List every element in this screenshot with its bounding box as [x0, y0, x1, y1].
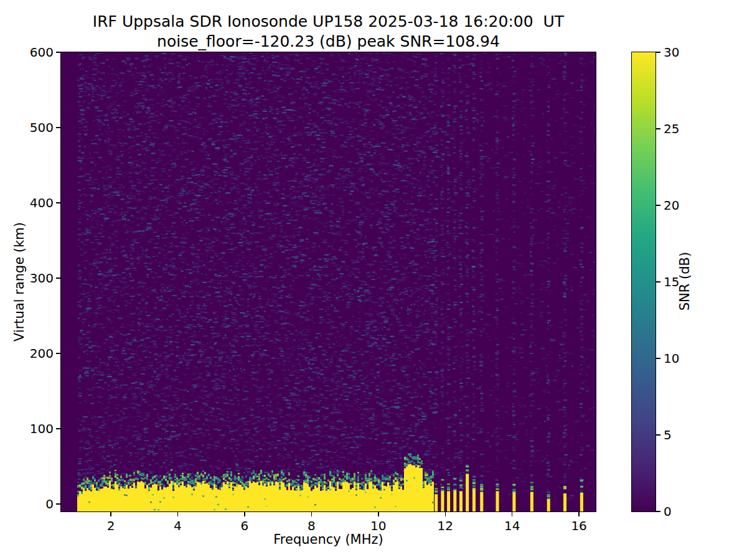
colorbar-tick [656, 205, 660, 206]
y-tick [56, 428, 61, 429]
y-tick-label: 500 [0, 120, 54, 135]
colorbar-tick [656, 511, 660, 512]
x-tick-label: 14 [487, 518, 537, 533]
plot-subtitle: noise_floor=-120.23 (dB) peak SNR=108.94 [61, 32, 596, 51]
y-tick [56, 278, 61, 279]
x-tick-label: 12 [420, 518, 470, 533]
y-tick [56, 503, 61, 505]
ionogram-canvas [61, 52, 596, 511]
y-tick-label: 400 [0, 195, 54, 210]
colorbar-tick-label: 5 [664, 427, 701, 442]
y-tick [56, 127, 61, 128]
y-tick [56, 202, 61, 203]
y-axis-label: Virtual range (km) [12, 222, 27, 342]
ionogram-figure: IRF Uppsala SDR Ionosonde UP158 2025-03-… [0, 0, 747, 560]
plot-area [60, 52, 596, 512]
colorbar [631, 52, 656, 512]
colorbar-tick-label: 25 [664, 121, 701, 136]
x-tick [177, 511, 179, 516]
colorbar-tick-label: 30 [664, 45, 701, 60]
y-tick-label: 200 [0, 346, 54, 361]
colorbar-tick [656, 128, 660, 129]
colorbar-tick-label: 10 [664, 351, 701, 366]
plot-title: IRF Uppsala SDR Ionosonde UP158 2025-03-… [61, 12, 596, 31]
x-tick [311, 511, 312, 516]
x-tick [445, 511, 446, 516]
y-tick-label: 300 [0, 271, 54, 286]
x-tick-label: 6 [220, 518, 270, 533]
colorbar-tick [656, 52, 660, 53]
x-tick [244, 511, 245, 516]
x-tick-label: 4 [153, 518, 202, 533]
colorbar-tick-label: 20 [664, 198, 701, 213]
x-tick [378, 511, 379, 516]
y-tick-label: 600 [0, 45, 54, 60]
x-tick-label: 10 [354, 518, 403, 533]
colorbar-tick [656, 281, 660, 282]
y-tick [56, 52, 61, 53]
y-tick [56, 353, 61, 354]
x-tick-label: 8 [286, 518, 336, 533]
x-tick [512, 511, 513, 516]
colorbar-tick [656, 358, 660, 359]
x-tick [110, 511, 111, 516]
colorbar-tick [656, 434, 660, 436]
x-tick-label: 16 [554, 518, 604, 533]
y-tick-label: 0 [0, 497, 54, 511]
colorbar-tick-label: 0 [664, 504, 701, 519]
colorbar-label: SNR (dB) [677, 252, 692, 310]
y-tick-label: 100 [0, 421, 54, 436]
x-tick-label: 2 [86, 518, 136, 533]
x-tick [578, 511, 580, 516]
x-axis-label: Frequency (MHz) [61, 532, 596, 547]
